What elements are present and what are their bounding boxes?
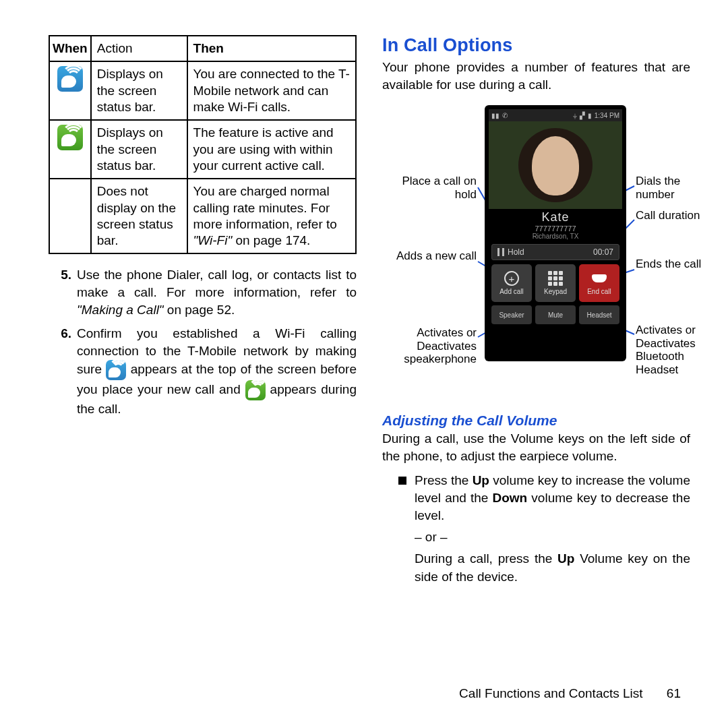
left-column: When Action Then Displays on the screen … <box>49 35 357 701</box>
row2-then: The feature is active and you are using … <box>187 120 356 179</box>
footer-section: Call Functions and Contacts List <box>459 686 642 700</box>
clock: 1:34 PM <box>595 112 619 119</box>
wifi-call-active-icon <box>57 125 83 150</box>
hangup-icon <box>592 274 607 282</box>
contact-location: Richardson, TX <box>489 233 622 240</box>
wifi-status-table: When Action Then Displays on the screen … <box>49 35 357 254</box>
right-column: In Call Options Your phone provides a nu… <box>382 35 690 701</box>
keypad-button[interactable]: Keypad <box>535 264 576 302</box>
page-footer: Call Functions and Contacts List 61 <box>459 686 681 701</box>
footer-page-number: 61 <box>667 686 681 700</box>
battery-icon: ▮ <box>588 112 592 119</box>
volume-intro: During a call, use the Volume keys on th… <box>382 430 690 464</box>
row1-then: You are connected to the T-Mobile networ… <box>187 61 356 120</box>
icon-cell-green <box>49 120 91 179</box>
step-5-number: 5. <box>49 266 77 318</box>
call-duration: 00:07 <box>593 247 613 257</box>
keypad-icon <box>548 271 563 286</box>
hold-label: Hold <box>508 247 524 257</box>
callout-hold: Place a call on hold <box>382 175 477 201</box>
th-then: Then <box>187 36 356 61</box>
speaker-button[interactable]: Speaker <box>491 305 532 324</box>
callout-dial: Dials the number <box>636 175 717 201</box>
pause-icon <box>497 248 504 256</box>
signal-bars-icon: ▞ <box>580 112 585 119</box>
ordered-steps: 5. Use the phone Dialer, call log, or co… <box>49 266 357 424</box>
row1-action: Displays on the screen status bar. <box>91 61 187 120</box>
in-call-diagram: Place a call on hold Adds a new call Act… <box>382 105 690 402</box>
wifi-call-ready-icon <box>57 66 83 92</box>
wifi-icon: ⏚ <box>573 112 577 119</box>
row3-then: You are charged normal calling rate minu… <box>187 179 356 253</box>
wifi-call-ready-icon <box>106 360 126 380</box>
th-action: Action <box>91 36 187 61</box>
th-when: When <box>49 36 91 61</box>
icon-cell-blue <box>49 61 91 120</box>
phone-statusbar: ▮▮✆ ⏚▞▮1:34 PM <box>489 109 622 121</box>
call-icon: ✆ <box>502 112 508 119</box>
row3-action: Does not display on the screen status ba… <box>91 179 187 253</box>
callout-speaker: Activates or Deactivates speakerphone <box>382 326 477 366</box>
step-6-text: Confirm you established a Wi-Fi calling … <box>77 325 357 417</box>
wifi-call-active-icon <box>245 380 266 400</box>
icon-cell-none <box>49 179 91 253</box>
callout-headset: Activates or Deactivates Bluetooth Heads… <box>636 324 723 376</box>
phone-mock: ▮▮✆ ⏚▞▮1:34 PM Kate 7777777777 Richardso… <box>485 105 626 361</box>
step-5-text: Use the phone Dialer, call log, or conta… <box>77 266 357 318</box>
contact-number: 7777777777 <box>489 224 622 233</box>
heading-adjust-volume: Adjusting the Call Volume <box>382 413 690 429</box>
callout-add: Adds a new call <box>382 249 477 263</box>
end-call-button[interactable]: End call <box>579 264 619 302</box>
volume-bullet: Press the Up volume key to increase the … <box>398 472 690 586</box>
signal-icon: ▮▮ <box>491 112 499 119</box>
callout-duration: Call duration <box>636 209 717 222</box>
bullet-icon <box>398 477 406 485</box>
add-call-button[interactable]: +Add call <box>491 264 532 302</box>
row2-action: Displays on the screen status bar. <box>91 120 187 179</box>
in-call-intro: Your phone provides a number of features… <box>382 59 690 93</box>
callout-end: Ends the call <box>636 257 717 271</box>
hold-row[interactable]: Hold 00:07 <box>491 244 619 260</box>
contact-photo <box>489 121 622 209</box>
mute-button[interactable]: Mute <box>535 305 576 324</box>
headset-button[interactable]: Headset <box>579 305 619 324</box>
plus-icon: + <box>504 271 519 286</box>
contact-name: Kate <box>489 210 622 224</box>
or-divider: – or – <box>415 528 690 546</box>
step-6-number: 6. <box>49 325 77 417</box>
heading-in-call-options: In Call Options <box>382 35 690 56</box>
